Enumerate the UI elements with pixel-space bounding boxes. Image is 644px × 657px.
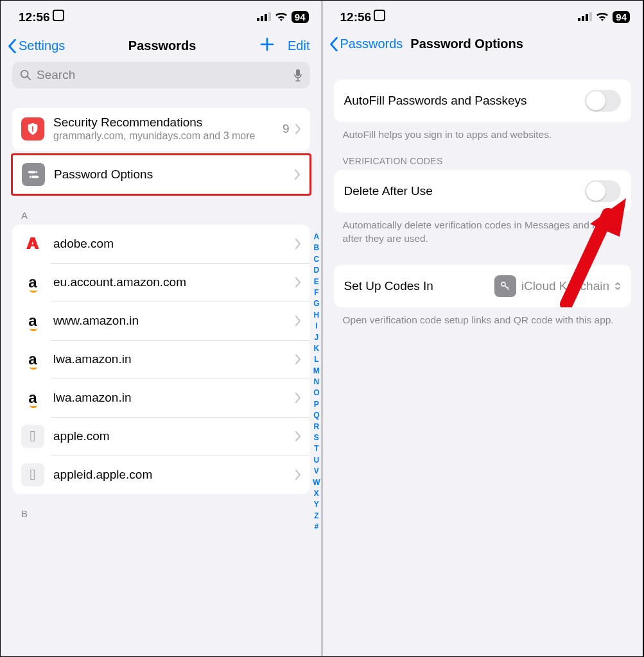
autofill-label: AutoFill Passwords and Passkeys xyxy=(344,94,527,108)
amazon-icon: a xyxy=(21,386,44,409)
index-letter[interactable]: B xyxy=(313,243,320,253)
status-bar: 12:56 94 xyxy=(322,1,643,33)
index-letter[interactable]: X xyxy=(313,488,320,499)
autofill-row[interactable]: AutoFill Passwords and Passkeys xyxy=(334,80,632,122)
index-letter[interactable]: V xyxy=(313,466,320,477)
svg-rect-11 xyxy=(582,16,584,21)
amazon-icon: a xyxy=(21,271,44,294)
screen-password-options: 12:56 94 Passwords Password Options Auto… xyxy=(322,1,644,656)
index-letter[interactable]: J xyxy=(313,332,320,343)
setup-codes-value[interactable]: iCloud Keychain xyxy=(494,275,621,297)
index-letter[interactable]: Y xyxy=(313,499,320,510)
index-letter[interactable]: Q xyxy=(313,410,320,421)
setup-codes-row[interactable]: Set Up Codes In iCloud Keychain xyxy=(334,265,632,307)
svg-point-9 xyxy=(29,175,31,178)
index-letter[interactable]: C xyxy=(313,254,320,265)
cellular-icon xyxy=(578,12,592,21)
index-letter[interactable]: A xyxy=(313,232,320,243)
svg-rect-10 xyxy=(578,18,580,21)
index-letter[interactable]: E xyxy=(313,277,320,287)
password-options-label: Password Options xyxy=(54,167,285,182)
back-label: Settings xyxy=(19,38,65,53)
face-id-icon xyxy=(53,10,64,21)
site-label: www.amazon.in xyxy=(53,314,286,328)
setup-codes-label: Set Up Codes In xyxy=(344,279,433,293)
cellular-icon xyxy=(257,12,271,21)
chevron-right-icon xyxy=(295,393,301,403)
chevron-right-icon xyxy=(295,277,301,287)
site-label: adobe.com xyxy=(53,237,286,251)
index-letter[interactable]: M xyxy=(313,366,320,377)
updown-icon xyxy=(614,281,621,291)
index-letter[interactable]: W xyxy=(313,477,320,488)
page-title: Password Options xyxy=(410,37,523,51)
battery-level: 94 xyxy=(613,11,630,23)
index-letter[interactable]: U xyxy=(313,455,320,466)
index-letter[interactable]: H xyxy=(313,310,320,321)
password-row[interactable]: appleid.apple.com xyxy=(12,456,310,494)
index-letter[interactable]: D xyxy=(313,265,320,276)
chevron-left-icon xyxy=(7,39,17,53)
index-letter[interactable]: N xyxy=(313,377,320,388)
autofill-toggle[interactable] xyxy=(585,90,621,112)
security-recommendations-row[interactable]: Security Recommendations grammarly.com, … xyxy=(12,108,310,151)
apple-icon:  xyxy=(21,463,44,486)
chevron-right-icon xyxy=(295,431,301,441)
options-icon xyxy=(22,163,45,186)
index-letter[interactable]: # xyxy=(313,522,320,533)
password-row[interactable]: aeu.account.amazon.com xyxy=(12,263,310,302)
index-letter[interactable]: S xyxy=(313,432,320,443)
index-letter[interactable]: P xyxy=(313,399,320,410)
password-row[interactable]: alwa.amazon.in xyxy=(12,340,310,379)
index-letter[interactable]: I xyxy=(313,321,320,332)
index-letter[interactable]: R xyxy=(313,422,320,432)
password-row[interactable]: Aadobe.com xyxy=(12,225,310,263)
chevron-right-icon xyxy=(295,239,301,249)
site-list-a: Aadobe.comaeu.account.amazon.comawww.ama… xyxy=(12,225,310,494)
security-count: 9 xyxy=(283,122,290,136)
screen-passwords-list: 12:56 94 Settings Passwords Edit xyxy=(1,1,322,656)
password-options-highlight: Password Options xyxy=(11,153,311,196)
search-field[interactable] xyxy=(12,62,310,89)
delete-after-use-row[interactable]: Delete After Use xyxy=(334,170,632,212)
index-letter[interactable]: O xyxy=(313,388,320,398)
index-letter[interactable]: L xyxy=(313,354,320,365)
svg-point-7 xyxy=(35,171,38,173)
add-button[interactable] xyxy=(259,37,275,55)
delete-after-use-label: Delete After Use xyxy=(344,184,433,198)
alpha-index[interactable]: ABCDEFGHIJKLMNOPQRSTUVWXYZ# xyxy=(313,232,320,533)
index-letter[interactable]: G xyxy=(313,298,320,309)
search-input[interactable] xyxy=(37,68,288,82)
nav-bar: Settings Passwords Edit xyxy=(1,33,322,62)
index-letter[interactable]: Z xyxy=(313,511,320,522)
plus-icon xyxy=(259,37,275,52)
index-letter[interactable]: T xyxy=(313,443,320,454)
battery-level: 94 xyxy=(292,11,309,23)
index-letter[interactable]: F xyxy=(313,287,320,298)
delete-after-use-toggle[interactable] xyxy=(585,180,621,202)
autofill-footer: AutoFill helps you sign in to apps and w… xyxy=(343,128,623,142)
back-button[interactable]: Settings xyxy=(7,38,65,53)
password-row[interactable]: awww.amazon.in xyxy=(12,302,310,340)
security-icon xyxy=(21,117,44,141)
index-letter[interactable]: K xyxy=(313,343,320,354)
svg-rect-2 xyxy=(265,14,267,21)
chevron-left-icon xyxy=(329,37,339,51)
adobe-icon: A xyxy=(21,232,44,255)
site-label: appleid.apple.com xyxy=(53,468,286,482)
password-row[interactable]: alwa.amazon.in xyxy=(12,379,310,417)
back-button[interactable]: Passwords xyxy=(329,37,403,51)
delete-after-use-footer: Automatically delete verification codes … xyxy=(343,219,623,246)
edit-button[interactable]: Edit xyxy=(288,38,309,53)
password-options-row[interactable]: Password Options xyxy=(13,155,309,194)
top-settings-card: Security Recommendations grammarly.com, … xyxy=(12,108,310,151)
password-row[interactable]: apple.com xyxy=(12,417,310,456)
chevron-right-icon xyxy=(295,470,301,480)
key-icon xyxy=(494,275,516,297)
mic-icon[interactable] xyxy=(293,69,302,81)
search-icon xyxy=(20,69,31,81)
svg-rect-0 xyxy=(257,18,259,21)
verification-header: VERIFICATION CODES xyxy=(343,156,623,166)
chevron-right-icon xyxy=(295,316,301,326)
nav-bar: Passwords Password Options xyxy=(322,33,643,58)
